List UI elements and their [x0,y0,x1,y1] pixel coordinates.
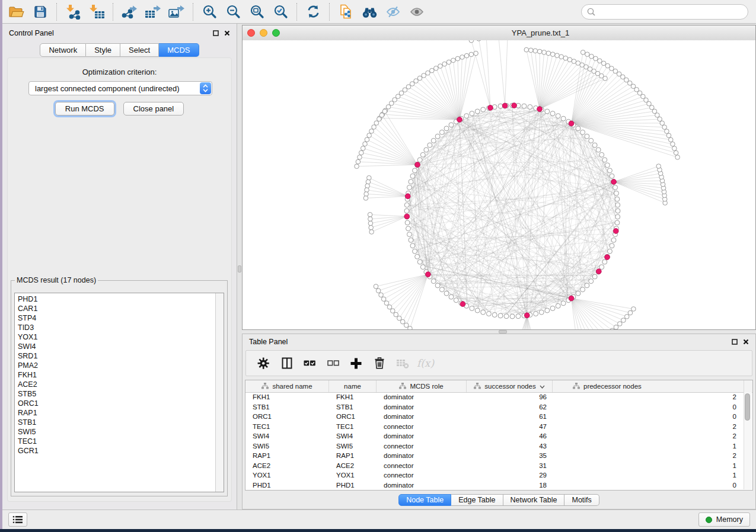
control-panel-tab-mcds[interactable]: MCDS [159,43,199,57]
task-history-button[interactable] [8,512,27,527]
splitter-grip[interactable] [238,265,241,273]
create-column-button[interactable] [344,352,368,374]
control-panel-tab-select[interactable]: Select [120,43,159,57]
cell-shared-name[interactable]: STB1 [245,403,329,411]
table-row[interactable]: ORC1ORC1dominator610 [245,412,744,422]
zoom-out-button[interactable] [221,2,245,22]
cell-mcds-role[interactable]: dominator [377,482,467,489]
cell-mcds-role[interactable]: connector [377,443,467,450]
save-session-button[interactable] [28,2,52,22]
mcds-result-node[interactable]: ORC1 [15,399,215,408]
export-table-button[interactable] [141,2,165,22]
mcds-result-node[interactable]: STB1 [15,418,215,427]
cell-mcds-role[interactable]: dominator [377,393,467,400]
zoom-fit-button[interactable] [245,2,269,22]
cell-predecessor-nodes[interactable]: 0 [553,403,744,411]
cell-name[interactable]: ACE2 [329,462,377,469]
cell-shared-name[interactable]: SWI4 [245,432,329,440]
cell-shared-name[interactable]: TEC1 [245,423,329,430]
cell-shared-name[interactable]: SWI5 [245,443,329,450]
cell-shared-name[interactable]: ORC1 [245,413,329,420]
mcds-result-node[interactable]: FKH1 [15,370,215,380]
cell-mcds-role[interactable]: dominator [377,432,467,440]
control-panel-tab-network[interactable]: Network [40,43,86,57]
delete-column-button[interactable] [368,352,391,374]
cell-predecessor-nodes[interactable]: 1 [553,443,744,450]
cell-predecessor-nodes[interactable]: 0 [553,413,744,420]
vertical-splitter[interactable] [237,24,242,509]
mcds-result-list[interactable]: PHD1CAR1STP4TID3YOX1SWI4SRD1PMA2FKH1ACE2… [14,293,224,492]
column-header-shared-name[interactable]: shared name [245,380,329,392]
cell-successor-nodes[interactable]: 18 [467,482,553,489]
hide-selected-button[interactable] [381,2,405,22]
cell-mcds-role[interactable]: dominator [377,403,467,411]
cell-predecessor-nodes[interactable]: 2 [553,452,744,459]
mcds-result-node[interactable]: STP4 [15,313,215,323]
table-row[interactable]: FKH1FKH1dominator962 [245,392,744,402]
cell-predecessor-nodes[interactable]: 0 [553,482,744,489]
import-table-button[interactable] [85,2,109,22]
search-box[interactable] [581,4,748,20]
column-header-successor-nodes[interactable]: successor nodes [467,380,553,392]
table-row[interactable]: PHD1PHD1dominator180 [245,480,744,490]
cell-name[interactable]: SWI4 [329,432,377,440]
cell-mcds-role[interactable]: connector [377,472,467,479]
close-panel-button[interactable]: Close panel [123,102,184,116]
mcds-result-node[interactable]: YOX1 [15,332,215,342]
cell-successor-nodes[interactable]: 46 [467,432,553,440]
mcds-result-node[interactable]: SWI4 [15,342,215,351]
table-row[interactable]: YOX1YOX1connector291 [245,470,744,480]
cell-name[interactable]: FKH1 [329,393,377,400]
table-row[interactable]: SWI5SWI5connector431 [245,441,744,451]
close-panel-icon[interactable] [743,339,749,345]
search-input[interactable] [599,7,742,17]
share-network-file-button[interactable] [334,2,358,22]
cell-shared-name[interactable]: PHD1 [245,482,329,489]
cell-mcds-role[interactable]: dominator [377,452,467,459]
result-list-scrollbar[interactable] [215,293,224,492]
cell-predecessor-nodes[interactable]: 2 [553,393,744,400]
cell-successor-nodes[interactable]: 31 [467,462,553,469]
memory-button[interactable]: Memory [698,512,750,527]
zoom-selected-button[interactable] [269,2,292,22]
export-network-button[interactable] [117,2,141,22]
network-window-titlebar[interactable]: YPA_prune.txt_1 [243,25,755,41]
cell-successor-nodes[interactable]: 96 [467,393,553,400]
refresh-view-button[interactable] [301,2,325,22]
table-scrollbar[interactable] [744,392,752,489]
mcds-result-node[interactable]: TID3 [15,323,215,332]
cell-predecessor-nodes[interactable]: 1 [553,472,744,479]
cell-successor-nodes[interactable]: 47 [467,423,553,430]
table-row[interactable]: TEC1TEC1connector472 [245,422,744,432]
cell-shared-name[interactable]: RAP1 [245,452,329,459]
table-tab-edge-table[interactable]: Edge Table [451,494,503,506]
cell-successor-nodes[interactable]: 43 [467,443,553,450]
search-binoculars-button[interactable] [358,2,381,22]
cell-name[interactable]: TEC1 [329,423,377,430]
float-panel-icon[interactable] [213,30,219,36]
column-header-predecessor-nodes[interactable]: predecessor nodes [553,380,744,392]
table-tab-motifs[interactable]: Motifs [564,494,599,506]
toggle-column-button[interactable] [275,352,298,374]
mcds-result-node[interactable]: CAR1 [15,304,215,313]
cell-name[interactable]: ORC1 [329,413,377,420]
cell-mcds-role[interactable]: connector [377,462,467,469]
table-row[interactable]: ACE2ACE2connector311 [245,461,744,471]
table-tab-network-table[interactable]: Network Table [503,494,565,506]
table-row[interactable]: SWI4SWI4dominator462 [245,431,744,441]
cell-successor-nodes[interactable]: 61 [467,413,553,420]
open-file-button[interactable] [5,2,28,22]
mcds-result-node[interactable]: GCR1 [15,446,215,456]
table-row[interactable]: RAP1RAP1dominator352 [245,451,744,461]
mcds-result-node[interactable]: SWI5 [15,427,215,437]
mcds-result-node[interactable]: SRD1 [15,351,215,361]
network-view-canvas[interactable] [243,40,755,329]
deselect-all-rows-button[interactable] [321,352,344,374]
run-mcds-button[interactable]: Run MCDS [55,102,114,116]
cell-successor-nodes[interactable]: 35 [467,452,553,459]
cell-name[interactable]: YOX1 [329,472,377,479]
cell-predecessor-nodes[interactable]: 2 [553,423,744,430]
cell-successor-nodes[interactable]: 62 [467,403,553,411]
scrollbar-thumb[interactable] [745,393,750,421]
table-settings-gear-button[interactable] [252,352,275,374]
